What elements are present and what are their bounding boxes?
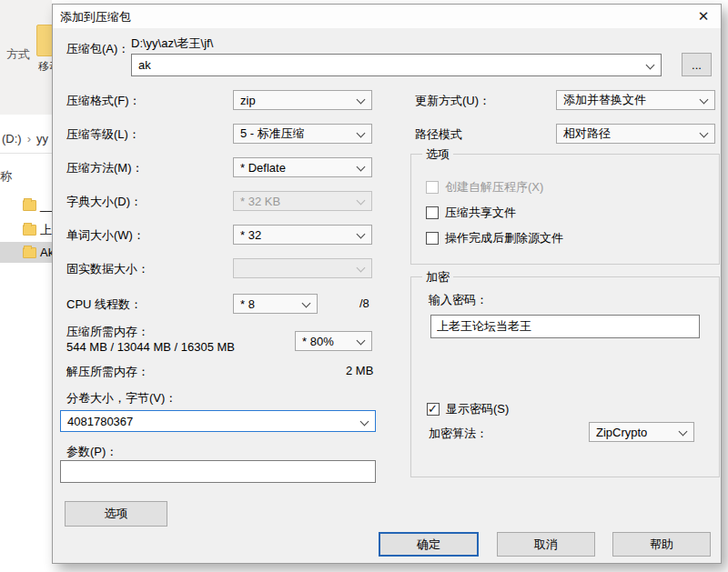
encryption-method-label: 加密算法：	[429, 426, 488, 442]
folder-icon	[23, 225, 36, 236]
chevron-down-icon[interactable]	[679, 427, 688, 437]
cpu-threads-max: /8	[359, 296, 369, 310]
archive-path: D:\yy\az\老王\jf\	[131, 35, 213, 52]
method-dropdown[interactable]: * Deflate	[233, 157, 372, 177]
archive-name-value: ak	[138, 58, 151, 72]
chevron-down-icon[interactable]	[357, 95, 366, 105]
format-value: zip	[240, 94, 256, 107]
divider	[0, 153, 52, 154]
add-to-archive-dialog: 添加到压缩包 ✕ 压缩包(A)： D:\yy\az\老王\jf\ ak ... …	[52, 4, 722, 564]
chevron-down-icon	[357, 264, 366, 273]
chevron-down-icon	[357, 196, 366, 206]
dictionary-value: * 32 KB	[240, 195, 280, 208]
volume-size-combobox[interactable]: 4081780367	[60, 410, 376, 432]
chevron-down-icon[interactable]	[302, 299, 311, 308]
word-size-value: * 32	[240, 228, 261, 242]
cpu-threads-label: CPU 线程数：	[66, 296, 142, 313]
options-group-title: 选项	[422, 146, 453, 163]
encryption-group-title: 加密	[422, 269, 453, 286]
browse-button[interactable]: ...	[682, 53, 712, 76]
solid-size-dropdown	[233, 258, 372, 278]
checkbox-icon	[426, 181, 439, 194]
memory-decompress-label: 解压所需内存：	[66, 364, 149, 380]
help-button-label: 帮助	[650, 537, 673, 553]
format-label: 压缩格式(F)：	[66, 93, 141, 109]
breadcrumb-folder[interactable]: yy	[36, 132, 48, 146]
update-mode-value: 添加并替换文件	[563, 92, 646, 108]
memory-compress-label: 压缩所需内存：	[66, 324, 149, 340]
cancel-button-label: 取消	[534, 537, 558, 553]
volume-size-value: 4081780367	[67, 415, 133, 428]
password-input[interactable]	[430, 315, 700, 338]
volume-size-label: 分卷大小，字节(V)：	[66, 390, 177, 406]
format-dropdown[interactable]: zip	[233, 90, 372, 110]
path-mode-dropdown[interactable]: 相对路径	[556, 124, 715, 144]
delete-after-label: 操作完成后删除源文件	[445, 230, 563, 246]
show-password-checkbox[interactable]: 显示密码(S)	[427, 401, 509, 417]
folder-icon	[23, 200, 36, 211]
options-button-label: 选项	[105, 506, 128, 522]
chevron-down-icon[interactable]	[357, 336, 366, 346]
breadcrumb-chevron-icon: ›	[27, 132, 31, 146]
parameters-label: 参数(P)：	[66, 444, 117, 460]
chevron-down-icon[interactable]	[357, 163, 366, 172]
chevron-down-icon[interactable]	[700, 95, 709, 105]
archive-name-combobox[interactable]: ak	[131, 54, 662, 76]
move-to-icon[interactable]	[36, 25, 53, 56]
ribbon-label: 方式	[6, 46, 30, 63]
method-value: * Deflate	[240, 161, 286, 175]
chevron-down-icon[interactable]	[360, 417, 369, 426]
path-mode-label: 路径模式	[415, 126, 462, 143]
name-column-header[interactable]: 名称	[0, 168, 12, 185]
breadcrumb[interactable]: (D:) › yy	[0, 126, 52, 150]
checkbox-checked-icon[interactable]	[427, 403, 440, 416]
password-label: 输入密码：	[429, 292, 488, 308]
cpu-threads-dropdown[interactable]: * 8	[233, 294, 318, 314]
help-button[interactable]: 帮助	[612, 532, 711, 557]
close-icon[interactable]: ✕	[688, 6, 719, 25]
encryption-method-dropdown[interactable]: ZipCrypto	[589, 422, 694, 442]
encryption-method-value: ZipCrypto	[596, 426, 647, 439]
title-bar	[53, 5, 721, 28]
memory-decompress-value: 2 MB	[346, 364, 373, 377]
word-size-dropdown[interactable]: * 32	[233, 225, 372, 245]
method-label: 压缩方法(M)：	[66, 160, 144, 176]
memory-compress-detail: 544 MB / 13044 MB / 16305 MB	[66, 340, 235, 354]
ok-button[interactable]: 确定	[379, 532, 479, 557]
checkbox-icon[interactable]	[426, 206, 439, 219]
archive-label: 压缩包(A)：	[66, 41, 129, 57]
browse-label: ...	[692, 58, 702, 72]
create-sfx-label: 创建自解压程序(X)	[445, 179, 543, 196]
level-value: 5 - 标准压缩	[240, 125, 305, 142]
show-password-label: 显示密码(S)	[446, 401, 509, 417]
breadcrumb-drive[interactable]: (D:)	[2, 132, 22, 146]
dictionary-label: 字典大小(D)：	[66, 194, 142, 210]
chevron-down-icon[interactable]	[700, 129, 709, 138]
checkbox-icon[interactable]	[426, 232, 439, 245]
chevron-down-icon[interactable]	[646, 61, 655, 70]
compress-shared-label: 压缩共享文件	[445, 205, 516, 221]
options-button[interactable]: 选项	[65, 501, 167, 527]
ok-button-label: 确定	[417, 537, 440, 553]
chevron-down-icon[interactable]	[357, 230, 366, 239]
level-dropdown[interactable]: 5 - 标准压缩	[233, 124, 372, 144]
cancel-button[interactable]: 取消	[497, 532, 595, 557]
solid-size-label: 固实数据大小：	[66, 261, 149, 277]
folder-icon	[23, 247, 36, 258]
delete-after-checkbox[interactable]: 操作完成后删除源文件	[426, 230, 563, 246]
chevron-down-icon[interactable]	[357, 129, 366, 138]
update-mode-label: 更新方式(U)：	[415, 93, 490, 109]
path-mode-value: 相对路径	[563, 125, 611, 142]
memory-usage-dropdown[interactable]: * 80%	[295, 331, 372, 351]
dialog-title: 添加到压缩包	[60, 9, 131, 25]
memory-usage-value: * 80%	[302, 335, 334, 348]
compress-shared-checkbox[interactable]: 压缩共享文件	[426, 205, 516, 221]
create-sfx-checkbox: 创建自解压程序(X)	[426, 179, 543, 196]
update-mode-dropdown[interactable]: 添加并替换文件	[556, 90, 715, 110]
parameters-input[interactable]	[60, 460, 376, 483]
level-label: 压缩等级(L)：	[66, 126, 140, 143]
cpu-threads-value: * 8	[240, 297, 255, 311]
word-size-label: 单词大小(W)：	[66, 227, 145, 244]
dictionary-dropdown: * 32 KB	[233, 191, 372, 211]
